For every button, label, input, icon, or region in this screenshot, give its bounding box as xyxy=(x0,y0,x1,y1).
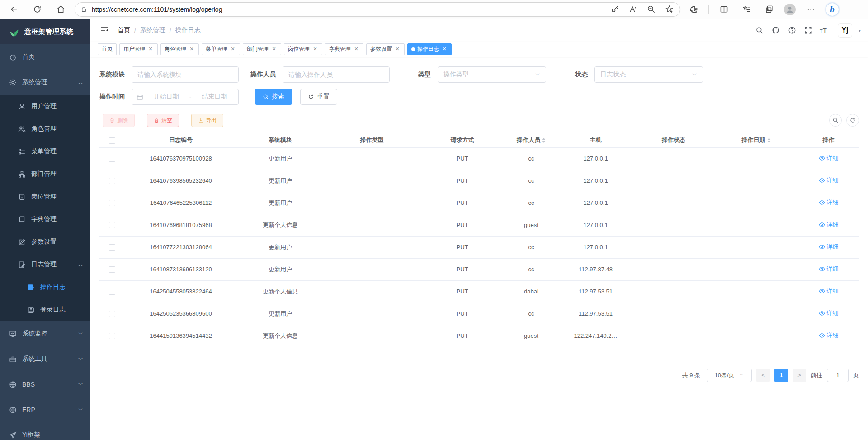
browser-refresh-icon[interactable] xyxy=(29,2,45,17)
sidebar-item-oper-log[interactable]: 操作日志 xyxy=(0,276,90,298)
detail-link[interactable]: 详细 xyxy=(819,309,839,317)
reset-button[interactable]: 重置 xyxy=(300,89,337,105)
breadcrumb-system[interactable]: 系统管理 xyxy=(140,26,165,34)
sidebar-item-home[interactable]: 首页 xyxy=(0,44,90,70)
tab-close-icon[interactable]: ✕ xyxy=(441,46,448,52)
tab-close-icon[interactable]: ✕ xyxy=(147,46,154,52)
browser-profile-avatar[interactable] xyxy=(784,4,796,15)
operator-input[interactable] xyxy=(283,66,390,83)
row-checkbox[interactable] xyxy=(109,289,115,295)
tab-role-mgmt[interactable]: 角色管理✕ xyxy=(160,43,199,55)
table-row[interactable]: 1642505235366809600 更新用户 PUT cc 112.97.5… xyxy=(99,303,859,325)
col-operator[interactable]: 操作人员 xyxy=(504,133,558,147)
extensions-puzzle-icon[interactable] xyxy=(686,2,701,17)
tab-param-settings[interactable]: 参数设置✕ xyxy=(366,43,405,55)
select-all-checkbox[interactable] xyxy=(109,137,115,144)
sidebar-item-menu-mgmt[interactable]: 菜单管理 xyxy=(0,140,90,163)
row-checkbox[interactable] xyxy=(109,222,115,228)
sidebar-item-bbs[interactable]: BBS ﹀ xyxy=(0,372,90,397)
header-search-icon[interactable] xyxy=(755,25,764,35)
table-row[interactable]: 1641076398565232640 更新用户 PUT cc 127.0.0.… xyxy=(99,170,859,192)
search-button[interactable]: 搜索 xyxy=(255,89,292,105)
detail-link[interactable]: 详细 xyxy=(819,287,839,295)
row-checkbox[interactable] xyxy=(109,266,115,273)
detail-link[interactable]: 详细 xyxy=(819,199,839,207)
start-date-placeholder[interactable]: 开始日期 xyxy=(147,93,186,101)
page-size-select[interactable]: 10条/页 ﹀ xyxy=(707,369,752,382)
status-select[interactable]: 日志状态 ﹀ xyxy=(594,66,703,83)
sidebar-item-param-settings[interactable]: 参数设置 xyxy=(0,231,90,253)
url-text[interactable]: https://ccnetcore.com:1101/system/log/op… xyxy=(92,6,609,13)
tab-close-icon[interactable]: ✕ xyxy=(230,46,236,52)
sidebar-item-yi-framework[interactable]: Yi框架 xyxy=(0,422,90,440)
favorites-bar-icon[interactable] xyxy=(739,2,754,17)
detail-link[interactable]: 详细 xyxy=(819,265,839,273)
sidebar-item-dept-mgmt[interactable]: 部门管理 xyxy=(0,163,90,185)
table-row[interactable]: 1642504558053822464 更新个人信息 PUT dabai 112… xyxy=(99,280,859,303)
sidebar-collapse-icon[interactable] xyxy=(99,24,110,36)
bing-chat-icon[interactable]: b xyxy=(826,3,839,16)
tab-post-mgmt[interactable]: 岗位管理✕ xyxy=(284,43,322,55)
detail-link[interactable]: 详细 xyxy=(819,176,839,185)
row-checkbox[interactable] xyxy=(109,333,115,339)
table-row[interactable]: 1641087313696133120 更新用户 PUT cc 112.97.8… xyxy=(99,258,859,280)
split-screen-icon[interactable] xyxy=(716,2,731,17)
github-icon[interactable] xyxy=(771,25,781,35)
module-input[interactable] xyxy=(132,66,239,83)
show-search-toggle-button[interactable] xyxy=(829,114,842,127)
sidebar-item-post-mgmt[interactable]: 岗位管理 xyxy=(0,185,90,208)
breadcrumb-home[interactable]: 首页 xyxy=(118,26,130,34)
delete-button[interactable]: 删除 xyxy=(103,114,135,127)
tab-close-icon[interactable]: ✕ xyxy=(312,46,318,52)
goto-page-input[interactable] xyxy=(827,369,849,382)
tab-user-mgmt[interactable]: 用户管理✕ xyxy=(119,43,158,55)
sidebar-item-system-monitor[interactable]: 系统监控 ﹀ xyxy=(0,321,90,346)
favorite-add-icon[interactable] xyxy=(663,3,675,16)
fullscreen-icon[interactable] xyxy=(803,25,813,35)
page-1-button[interactable]: 1 xyxy=(774,369,788,382)
row-checkbox[interactable] xyxy=(109,244,115,251)
tab-oper-log-active[interactable]: 操作日志✕ xyxy=(407,43,452,55)
type-select[interactable]: 操作类型 ﹀ xyxy=(438,66,546,83)
end-date-placeholder[interactable]: 结束日期 xyxy=(195,93,234,101)
address-bar[interactable]: https://ccnetcore.com:1101/system/log/op… xyxy=(75,2,680,17)
row-checkbox[interactable] xyxy=(109,200,115,206)
table-row[interactable]: 1644159136394514432 更新个人信息 PUT guest 122… xyxy=(99,325,859,347)
browser-home-icon[interactable] xyxy=(53,2,68,17)
user-menu-caret-icon[interactable]: ▾ xyxy=(859,28,861,33)
sidebar-item-log-mgmt[interactable]: 日志管理 ︿ xyxy=(0,253,90,276)
sidebar-item-system-tools[interactable]: 系统工具 ﹀ xyxy=(0,346,90,372)
tab-dict-mgmt[interactable]: 字典管理✕ xyxy=(325,43,363,55)
sidebar-item-user-mgmt[interactable]: 用户管理 xyxy=(0,95,90,118)
tab-home[interactable]: 首页 xyxy=(98,43,117,55)
detail-link[interactable]: 详细 xyxy=(819,243,839,251)
sidebar-item-dict-mgmt[interactable]: 字典管理 xyxy=(0,208,90,231)
read-aloud-icon[interactable] xyxy=(627,3,639,16)
tab-close-icon[interactable]: ✕ xyxy=(394,46,401,52)
row-checkbox[interactable] xyxy=(109,178,115,184)
browser-more-icon[interactable] xyxy=(803,2,818,17)
sidebar-item-login-log[interactable]: 登录日志 xyxy=(0,298,90,321)
collections-icon[interactable] xyxy=(761,2,777,17)
password-key-icon[interactable] xyxy=(609,3,621,16)
table-row[interactable]: 1641076968181075968 更新个人信息 PUT guest 127… xyxy=(99,214,859,236)
detail-link[interactable]: 详细 xyxy=(819,331,839,340)
table-row[interactable]: 1641076465225306112 更新用户 PUT cc 127.0.0.… xyxy=(99,192,859,214)
sort-carets-icon[interactable] xyxy=(542,138,546,143)
tab-close-icon[interactable]: ✕ xyxy=(271,46,277,52)
next-page-button[interactable]: > xyxy=(793,369,806,382)
tab-close-icon[interactable]: ✕ xyxy=(353,46,359,52)
col-date[interactable]: 操作日期 xyxy=(714,133,798,147)
sidebar-item-role-mgmt[interactable]: 角色管理 xyxy=(0,118,90,140)
detail-link[interactable]: 详细 xyxy=(819,154,839,162)
tab-dept-mgmt[interactable]: 部门管理✕ xyxy=(243,43,281,55)
detail-link[interactable]: 详细 xyxy=(819,221,839,229)
clear-button[interactable]: 清空 xyxy=(147,114,179,127)
font-size-icon[interactable]: TT xyxy=(820,27,827,34)
date-range-picker[interactable]: 开始日期 - 结束日期 xyxy=(132,89,239,105)
browser-back-icon[interactable] xyxy=(6,2,21,17)
export-button[interactable]: 导出 xyxy=(191,114,223,127)
tab-menu-mgmt[interactable]: 菜单管理✕ xyxy=(202,43,240,55)
prev-page-button[interactable]: < xyxy=(756,369,770,382)
tab-close-icon[interactable]: ✕ xyxy=(189,46,195,52)
